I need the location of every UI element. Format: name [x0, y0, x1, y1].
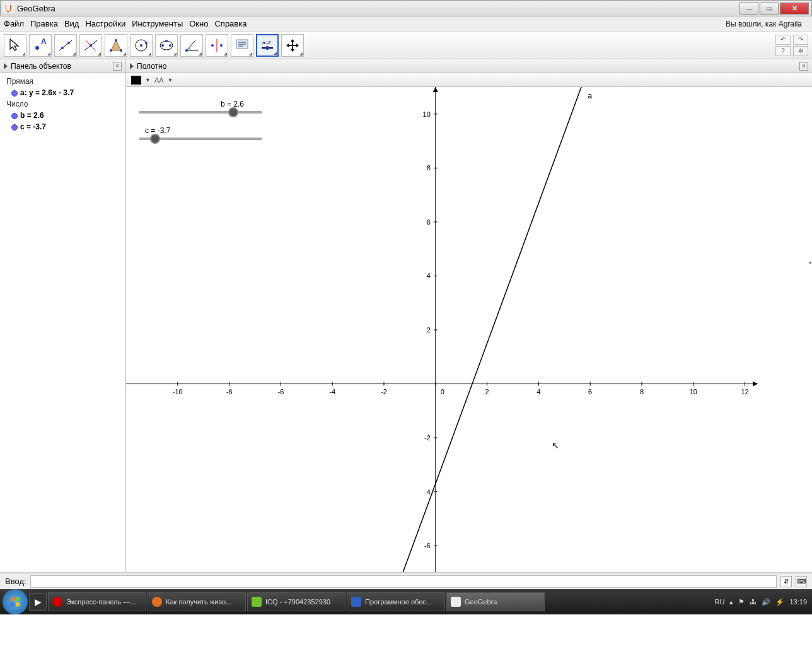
tool-move-view[interactable]	[281, 34, 304, 57]
svg-point-0	[35, 46, 39, 50]
svg-marker-35	[433, 87, 438, 92]
font-size-label[interactable]: AA	[154, 76, 164, 84]
svg-point-18	[165, 40, 168, 42]
slider-b[interactable]: b = 2.6	[139, 100, 262, 114]
graphics-view[interactable]: -10-8-6-4-224681012-6-4-22468100a b = 2.…	[126, 87, 812, 572]
tray-power-icon[interactable]: ⚡	[775, 598, 784, 606]
object-tree: Прямая a: y = 2.6x - 3.7 Число b = 2.6 c…	[0, 73, 125, 135]
svg-line-77	[126, 87, 758, 572]
svg-point-11	[115, 39, 117, 42]
tool-circle[interactable]	[130, 34, 153, 57]
tool-ellipse[interactable]	[155, 34, 178, 57]
svg-text:a=2: a=2	[262, 40, 271, 45]
svg-line-20	[187, 40, 195, 50]
tool-perpendicular[interactable]	[79, 34, 102, 57]
svg-rect-80	[11, 597, 14, 601]
graphics-panel: Полотно × ▼ AA ▼ -10-8-6-4-224681012-6-4…	[126, 59, 812, 572]
menu-tools[interactable]: Инструменты	[132, 19, 183, 28]
input-symbol-button[interactable]: ⌨	[796, 576, 807, 587]
minimize-button[interactable]: —	[740, 3, 758, 15]
tray-arrow-icon[interactable]: ▴	[729, 598, 733, 606]
svg-text:-6: -6	[424, 542, 431, 549]
menu-edit[interactable]: Правка	[30, 19, 58, 28]
close-button[interactable]: ✕	[780, 3, 809, 15]
visibility-dot-icon[interactable]	[11, 90, 18, 97]
svg-text:4: 4	[536, 388, 540, 396]
taskbar-item-opera[interactable]: Экспресс-панель —...	[48, 592, 146, 611]
undo-button[interactable]: ↶	[775, 35, 791, 45]
menu-window[interactable]: Окно	[189, 19, 208, 28]
tool-move[interactable]	[4, 34, 26, 57]
graphics-panel-title: Полотно	[137, 62, 166, 71]
svg-point-4	[67, 42, 70, 44]
command-input[interactable]	[30, 575, 777, 588]
svg-point-31	[265, 46, 269, 50]
svg-text:6: 6	[427, 218, 431, 226]
tree-category-number[interactable]: Число	[6, 98, 122, 110]
start-button[interactable]	[3, 589, 28, 614]
svg-text:-2: -2	[381, 388, 387, 396]
visibility-dot-icon[interactable]	[11, 124, 18, 131]
toolbar-settings-button[interactable]: ✻	[793, 46, 808, 56]
tree-item-b[interactable]: b = 2.6	[20, 111, 44, 120]
svg-point-14	[145, 42, 148, 44]
svg-point-13	[140, 44, 142, 47]
svg-text:8: 8	[640, 388, 644, 396]
tool-text[interactable]	[231, 34, 253, 57]
svg-line-2	[59, 40, 72, 50]
svg-text:2: 2	[427, 326, 431, 334]
tool-angle[interactable]	[180, 34, 203, 57]
svg-text:-10: -10	[173, 388, 183, 396]
slider-c[interactable]: c = -3.7	[139, 126, 262, 140]
svg-text:-8: -8	[226, 388, 233, 396]
side-expand-handle[interactable]: ◂	[807, 252, 812, 271]
svg-point-21	[185, 49, 188, 52]
color-swatch[interactable]	[131, 76, 141, 85]
visibility-dot-icon[interactable]	[11, 113, 18, 119]
close-panel-button[interactable]: ×	[799, 62, 808, 71]
svg-rect-83	[16, 602, 20, 606]
taskbar-item-firefox[interactable]: Как получить живо...	[148, 592, 246, 611]
window-title: GeoGebra	[17, 4, 55, 13]
tool-line[interactable]	[54, 34, 77, 57]
quick-launch-media[interactable]: ▶	[29, 593, 47, 611]
svg-point-16	[161, 44, 164, 47]
tool-point[interactable]: A	[29, 34, 52, 57]
windows-taskbar: ▶ Экспресс-панель —... Как получить живо…	[0, 589, 812, 614]
tool-polygon[interactable]	[105, 34, 127, 57]
tree-item-a[interactable]: a: y = 2.6x - 3.7	[20, 88, 74, 97]
taskbar-item-geogebra[interactable]: GeoGebra	[446, 592, 545, 611]
tree-category-line[interactable]: Прямая	[6, 76, 122, 87]
close-panel-button[interactable]: ×	[113, 62, 122, 71]
redo-button[interactable]: ↷	[793, 35, 808, 45]
objects-panel: Панель объектов × Прямая a: y = 2.6x - 3…	[0, 59, 126, 572]
tool-reflect[interactable]	[206, 34, 228, 57]
svg-rect-81	[16, 597, 20, 601]
menu-file[interactable]: Файл	[4, 19, 24, 28]
slider-c-label: c = -3.7	[145, 126, 170, 135]
font-dropdown-icon[interactable]: ▼	[168, 77, 173, 83]
maximize-button[interactable]: ▭	[760, 3, 779, 15]
taskbar-clock[interactable]: 13:19	[789, 598, 807, 606]
tray-volume-icon[interactable]: 🔊	[762, 598, 770, 606]
taskbar-item-word[interactable]: Программное обес...	[347, 592, 445, 611]
tray-network-icon[interactable]: 🖧	[750, 598, 757, 606]
color-dropdown-icon[interactable]: ▼	[145, 77, 151, 83]
tray-flag-icon[interactable]: ⚑	[738, 598, 745, 606]
menu-view[interactable]: Вид	[64, 19, 79, 28]
svg-text:0: 0	[441, 388, 444, 396]
menu-bar: Файл Правка Вид Настройки Инструменты Ок…	[0, 16, 812, 32]
lang-indicator[interactable]: RU	[715, 598, 725, 606]
toolbar-help-button[interactable]: ?	[775, 46, 791, 56]
java-icon	[3, 3, 13, 13]
menu-help[interactable]: Справка	[214, 19, 246, 28]
menu-settings[interactable]: Настройки	[85, 19, 125, 28]
toolbar: A a=2 ↶ ↷ ? ✻	[0, 32, 812, 59]
collapse-icon[interactable]	[130, 63, 134, 69]
taskbar-item-icq[interactable]: ICQ - +79042352930	[247, 592, 345, 611]
collapse-icon[interactable]	[4, 63, 8, 69]
tool-slider[interactable]: a=2	[256, 34, 279, 57]
input-dropdown-button[interactable]: ⇵	[780, 576, 792, 587]
svg-text:a: a	[588, 91, 593, 100]
tree-item-c[interactable]: c = -3.7	[20, 122, 46, 131]
